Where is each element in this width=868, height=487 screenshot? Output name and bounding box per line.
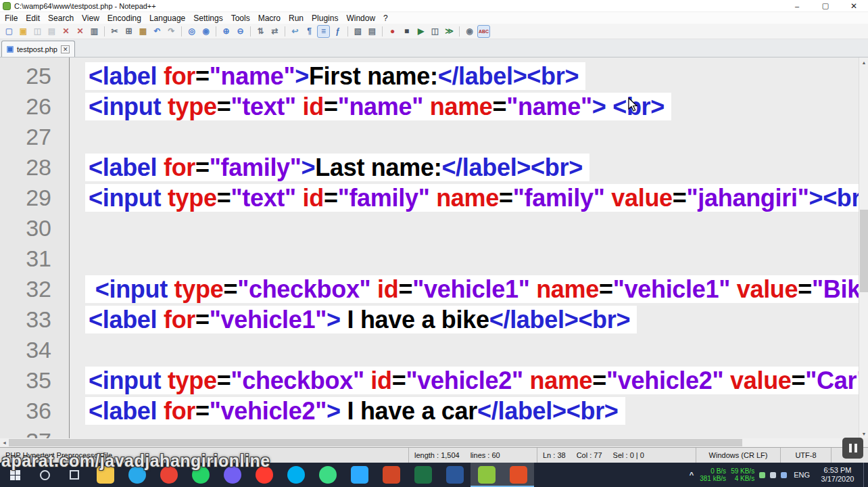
save-macro-icon[interactable]: ◫ [429, 25, 441, 38]
code-line[interactable]: <input type="text" id="name" name="name"… [85, 91, 859, 122]
zoom-out-icon[interactable]: ⊖ [234, 25, 247, 38]
menu-plugins[interactable]: Plugins [308, 12, 342, 24]
taskbar-skype[interactable] [280, 463, 312, 487]
find-icon[interactable]: ◎ [185, 25, 198, 38]
menu-help[interactable]: ? [379, 12, 392, 24]
code-line[interactable]: <label for="vehicle1"> I have a bike</la… [85, 304, 859, 335]
copy-icon[interactable]: ⊞ [122, 25, 135, 38]
code-line[interactable]: <input type="checkbox" id="vehicle2" nam… [85, 365, 859, 396]
taskbar-opera[interactable] [248, 463, 280, 487]
sync-horizontal-scroll-icon[interactable]: ⇄ [268, 25, 281, 38]
code-line[interactable] [85, 122, 859, 152]
play-macro-icon[interactable]: ▶ [414, 25, 427, 38]
code-line[interactable]: <input type="checkbox" id="vehicle1" nam… [85, 274, 859, 304]
menu-view[interactable]: View [78, 12, 103, 24]
status-encoding[interactable]: UTF-8 [780, 448, 831, 463]
cut-icon[interactable]: ✂ [108, 25, 121, 38]
taskbar-powerpoint[interactable] [375, 463, 407, 487]
tray-icon[interactable] [770, 472, 776, 478]
sync-vertical-scroll-icon[interactable]: ⇅ [254, 25, 267, 38]
spell-check-abc-icon[interactable]: ABC [477, 25, 490, 38]
taskbar-word[interactable] [439, 463, 471, 487]
clock[interactable]: 6:53 PM 3/17/2020 [817, 466, 859, 484]
editor-area[interactable]: 25262728293031323334353637 <label for="n… [0, 57, 868, 438]
redo-icon[interactable]: ↷ [165, 25, 178, 38]
close-button[interactable]: ✕ [840, 0, 868, 11]
monitoring-icon[interactable]: ◉ [463, 25, 476, 38]
tray-icon[interactable] [759, 472, 765, 478]
menu-run[interactable]: Run [285, 12, 308, 24]
menu-bar: FileEditSearchViewEncodingLanguageSettin… [0, 12, 868, 24]
stop-macro-icon[interactable]: ■ [400, 25, 413, 38]
print-icon[interactable]: ▥ [88, 25, 101, 38]
tab-close-icon[interactable]: ✕ [61, 45, 70, 53]
menu-encoding[interactable]: Encoding [103, 12, 145, 24]
show-desktop-button[interactable] [863, 463, 867, 487]
code-line[interactable]: <label for="family">Last name:</label><b… [85, 152, 859, 183]
record-macro-icon[interactable]: ● [386, 25, 399, 38]
code-line[interactable]: <label for="name">First name:</label><br… [85, 61, 859, 91]
scroll-up-arrow[interactable]: ▲ [859, 57, 868, 67]
code-line[interactable]: <label for="vehicle2"> I have a car</lab… [85, 396, 859, 426]
menu-macro[interactable]: Macro [254, 12, 285, 24]
tray-expand-icon[interactable]: ^ [688, 471, 695, 479]
code-line[interactable] [85, 426, 859, 438]
taskbar-notepad-plus-plus[interactable] [471, 463, 502, 487]
horizontal-scroll-thumb[interactable] [9, 439, 742, 446]
taskbar-android-studio[interactable] [312, 463, 343, 487]
run-macro-multiple-icon[interactable]: ≫ [443, 25, 456, 38]
indent-guide-icon[interactable]: ≡ [317, 25, 330, 38]
taskbar-excel[interactable] [407, 463, 439, 487]
document-map-icon[interactable]: ▧ [352, 25, 364, 38]
minimize-button[interactable]: – [783, 0, 811, 11]
menu-tools[interactable]: Tools [227, 12, 254, 24]
taskbar-photoshop[interactable] [343, 463, 375, 487]
function-list-icon[interactable]: ƒ [331, 25, 344, 38]
document-list-icon[interactable]: ▤ [366, 25, 379, 38]
vertical-scrollbar[interactable]: ▲ ▼ [859, 57, 868, 438]
close-all-icon[interactable]: ✕ [74, 25, 87, 38]
maximize-restore-button[interactable]: ▢ [811, 0, 840, 11]
code-line[interactable] [85, 213, 859, 244]
vertical-scroll-thumb[interactable] [860, 210, 868, 292]
code-line[interactable]: <input type="text" id="family" name="fam… [85, 183, 859, 213]
taskbar-screen-recorder[interactable] [502, 463, 534, 487]
horizontal-scrollbar[interactable]: ◄ ► [0, 438, 868, 447]
undo-icon[interactable]: ↶ [151, 25, 164, 38]
task-view-button[interactable] [59, 463, 89, 487]
start-button[interactable] [0, 463, 30, 487]
menu-file[interactable]: File [1, 12, 22, 24]
new-file-icon[interactable]: ▢ [3, 25, 16, 38]
menu-language[interactable]: Language [145, 12, 189, 24]
menu-edit[interactable]: Edit [22, 12, 44, 24]
menu-settings[interactable]: Settings [189, 12, 226, 24]
save-all-icon[interactable]: ▤ [45, 25, 58, 38]
taskbar-whatsapp[interactable] [185, 463, 216, 487]
taskbar-viber[interactable] [216, 463, 248, 487]
scroll-left-arrow[interactable]: ◄ [0, 438, 9, 447]
show-all-characters-icon[interactable]: ¶ [303, 25, 316, 38]
replace-icon[interactable]: ◉ [199, 25, 212, 38]
paste-icon[interactable]: ▦ [137, 25, 149, 38]
status-eol-format[interactable]: Windows (CR LF) [696, 448, 780, 463]
tab-testpost-php[interactable]: testpost.php ✕ [1, 41, 75, 57]
search-button[interactable] [30, 463, 59, 487]
taskbar-chrome[interactable] [153, 463, 185, 487]
code-line[interactable] [85, 335, 859, 365]
word-wrap-icon[interactable]: ↩ [289, 25, 302, 38]
code-line[interactable] [85, 244, 859, 274]
zoom-in-icon[interactable]: ⊕ [220, 25, 233, 38]
close-file-icon[interactable]: ✕ [59, 25, 72, 38]
code-area[interactable]: <label for="name">First name:</label><br… [70, 57, 859, 438]
save-icon[interactable]: ◫ [31, 25, 44, 38]
taskbar-telegram[interactable] [121, 463, 153, 487]
open-file-icon[interactable]: ▣ [17, 25, 30, 38]
video-pause-overlay-button[interactable] [842, 438, 863, 459]
menu-search[interactable]: Search [44, 12, 78, 24]
menu-window[interactable]: Window [342, 12, 379, 24]
line-number-gutter: 25262728293031323334353637 [0, 57, 70, 438]
scroll-down-arrow[interactable]: ▼ [859, 429, 868, 438]
tray-icon[interactable] [781, 472, 787, 478]
taskbar-file-explorer[interactable] [89, 463, 121, 487]
language-indicator[interactable]: ENG [792, 471, 812, 479]
